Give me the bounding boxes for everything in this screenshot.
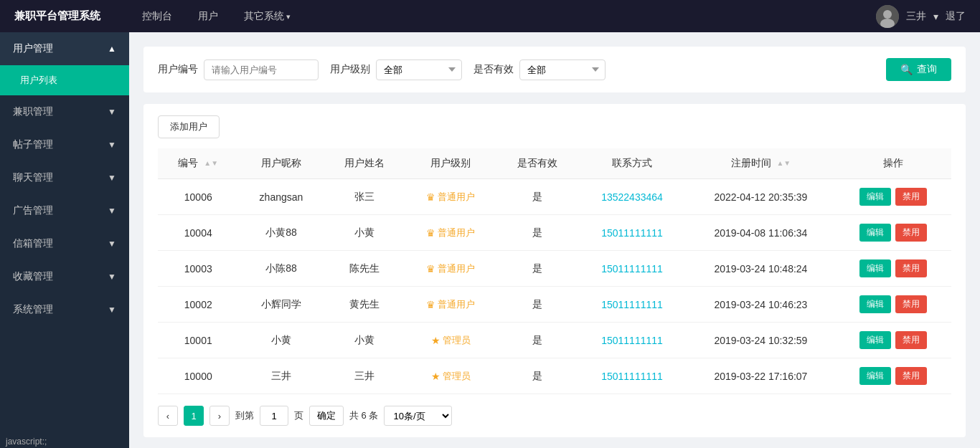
col-nickname: 用户昵称 <box>239 148 324 179</box>
edit-btn[interactable]: 编辑 <box>859 295 891 313</box>
user-table: 编号 ▲▼ 用户昵称 用户姓名 用户级别 是否有效 联系方式 注册时间 ▲▼ 操… <box>158 148 951 394</box>
table-row: 10003 小陈88 陈先生 ♛普通用户 是 15011111111 2019-… <box>158 251 951 287</box>
sidebar-group-posts: 帖子管理 ▼ <box>0 128 129 161</box>
col-phone: 联系方式 <box>578 148 687 179</box>
prev-page-btn[interactable]: ‹ <box>158 406 178 426</box>
cell-phone: 15011111111 <box>578 251 687 287</box>
cell-level: ★管理员 <box>405 323 496 358</box>
pagination: ‹ 1 › 到第 页 确定 共 6 条 10条/页 20条/页 50条/页 <box>158 406 951 426</box>
filter-group-valid: 是否有效 全部 <box>473 59 606 80</box>
cell-level: ♛普通用户 <box>405 215 496 251</box>
edit-btn[interactable]: 编辑 <box>859 224 891 242</box>
edit-btn[interactable]: 编辑 <box>859 259 891 277</box>
avatar <box>876 5 899 28</box>
user-id-input[interactable] <box>204 59 319 80</box>
filter-group-userid: 用户编号 <box>158 59 319 80</box>
edit-btn[interactable]: 编辑 <box>859 367 891 385</box>
add-user-button[interactable]: 添加用户 <box>158 115 220 138</box>
logout-btn[interactable]: 退了 <box>946 10 966 23</box>
edit-btn[interactable]: 编辑 <box>859 188 891 206</box>
valid-select[interactable]: 全部 <box>519 59 606 80</box>
col-id: 编号 ▲▼ <box>158 148 239 179</box>
cell-valid: 是 <box>497 179 578 215</box>
cell-level: ♛普通用户 <box>405 287 496 323</box>
col-valid: 是否有效 <box>497 148 578 179</box>
sidebar-group-header-system[interactable]: 系统管理 ▼ <box>0 293 129 326</box>
cell-actions: 编辑 禁用 <box>835 287 951 323</box>
sidebar: 用户管理 ▲ 用户列表 兼职管理 ▼ 帖子管理 ▼ 聊天管理 ▼ <box>0 32 129 448</box>
sidebar-group-users: 用户管理 ▲ 用户列表 <box>0 32 129 95</box>
cell-level: ♛普通用户 <box>405 251 496 287</box>
goto-confirm-btn[interactable]: 确定 <box>309 406 344 426</box>
chevron-down-icon-6: ▼ <box>108 272 116 282</box>
sort-icon-id[interactable]: ▲▼ <box>204 160 218 167</box>
table-row: 10002 小辉同学 黄先生 ♛普通用户 是 15011111111 2019-… <box>158 287 951 323</box>
table-header-row: 编号 ▲▼ 用户昵称 用户姓名 用户级别 是否有效 联系方式 注册时间 ▲▼ 操… <box>158 148 951 179</box>
cell-level: ★管理员 <box>405 358 496 394</box>
sidebar-group-header-posts[interactable]: 帖子管理 ▼ <box>0 128 129 161</box>
chevron-up-icon: ▲ <box>108 44 116 54</box>
cell-regtime: 2019-03-22 17:16:07 <box>686 358 835 394</box>
cell-name: 小黄 <box>324 323 405 358</box>
disable-btn[interactable]: 禁用 <box>895 295 927 313</box>
disable-btn[interactable]: 禁用 <box>895 188 927 206</box>
disable-btn[interactable]: 禁用 <box>895 367 927 385</box>
search-btn-label: 查询 <box>917 63 937 76</box>
sidebar-group-header-users[interactable]: 用户管理 ▲ <box>0 32 129 65</box>
table-row: 10004 小黄88 小黄 ♛普通用户 是 15011111111 2019-0… <box>158 215 951 251</box>
sidebar-group-favorites: 收藏管理 ▼ <box>0 260 129 293</box>
disable-btn[interactable]: 禁用 <box>895 331 927 349</box>
goto-input[interactable] <box>260 406 288 426</box>
cell-actions: 编辑 禁用 <box>835 323 951 358</box>
nav-item-users[interactable]: 用户 <box>185 0 231 32</box>
cell-name: 陈先生 <box>324 251 405 287</box>
valid-label: 是否有效 <box>473 63 514 76</box>
cell-regtime: 2019-03-24 10:48:24 <box>686 251 835 287</box>
total-label: 共 6 条 <box>349 409 378 422</box>
sidebar-group-header-mailbox[interactable]: 信箱管理 ▼ <box>0 227 129 260</box>
user-id-label: 用户编号 <box>158 63 198 76</box>
chevron-down-icon-3: ▼ <box>108 173 116 183</box>
cell-nickname: 小陈88 <box>239 251 324 287</box>
cell-actions: 编辑 禁用 <box>835 358 951 394</box>
level-select[interactable]: 全部 <box>376 59 462 80</box>
search-button[interactable]: 🔍 查询 <box>886 58 951 81</box>
chevron-down-icon-7: ▼ <box>108 305 116 315</box>
chevron-down-icon-2: ▼ <box>108 140 116 150</box>
chevron-down-icon-5: ▼ <box>108 239 116 249</box>
edit-btn[interactable]: 编辑 <box>859 331 891 349</box>
sort-icon-time[interactable]: ▲▼ <box>776 160 791 167</box>
cell-id: 10004 <box>158 215 239 251</box>
nav-item-dashboard[interactable]: 控制台 <box>129 0 185 32</box>
col-name: 用户姓名 <box>324 148 405 179</box>
cell-nickname: 小辉同学 <box>239 287 324 323</box>
cell-phone: 15011111111 <box>578 215 687 251</box>
sidebar-group-header-chat[interactable]: 聊天管理 ▼ <box>0 161 129 194</box>
cell-nickname: zhangsan <box>239 179 324 215</box>
cell-actions: 编辑 禁用 <box>835 251 951 287</box>
page-size-select[interactable]: 10条/页 20条/页 50条/页 <box>384 406 452 426</box>
cell-nickname: 小黄88 <box>239 215 324 251</box>
cell-id: 10002 <box>158 287 239 323</box>
cell-id: 10006 <box>158 179 239 215</box>
page-1-btn[interactable]: 1 <box>184 406 204 426</box>
nav-item-other[interactable]: 其它系统 <box>231 0 303 33</box>
main-content: 用户编号 用户级别 全部 是否有效 全部 🔍 查询 <box>129 32 980 448</box>
sidebar-group-label-users: 用户管理 <box>13 42 53 55</box>
table-row: 10000 三井 三井 ★管理员 是 15011111111 2019-03-2… <box>158 358 951 394</box>
sidebar-group-chat: 聊天管理 ▼ <box>0 161 129 194</box>
svg-point-1 <box>883 10 892 19</box>
next-page-btn[interactable]: › <box>209 406 230 426</box>
cell-actions: 编辑 禁用 <box>835 179 951 215</box>
sidebar-group-header-parttime[interactable]: 兼职管理 ▼ <box>0 95 129 128</box>
sidebar-group-label-ads: 广告管理 <box>13 204 53 217</box>
sidebar-group-mailbox: 信箱管理 ▼ <box>0 227 129 260</box>
sidebar-group-header-ads[interactable]: 广告管理 ▼ <box>0 194 129 227</box>
sidebar-group-label-mailbox: 信箱管理 <box>13 237 53 250</box>
disable-btn[interactable]: 禁用 <box>895 259 927 277</box>
sidebar-group-label-favorites: 收藏管理 <box>13 270 53 283</box>
sidebar-item-userlist[interactable]: 用户列表 <box>0 65 129 95</box>
sidebar-group-header-favorites[interactable]: 收藏管理 ▼ <box>0 260 129 293</box>
cell-valid: 是 <box>497 358 578 394</box>
disable-btn[interactable]: 禁用 <box>895 224 927 242</box>
